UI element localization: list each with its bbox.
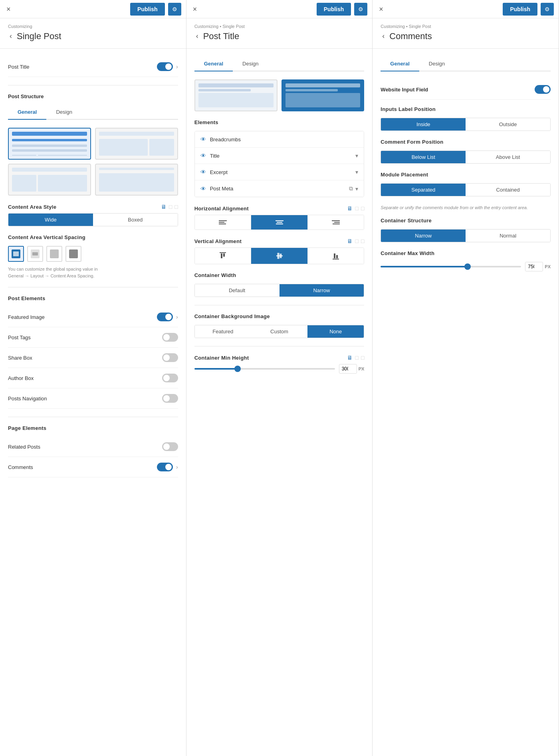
desktop-icon-4[interactable]: 🖥 [347, 354, 353, 361]
tablet-icon-4[interactable]: □ [355, 354, 358, 361]
mobile-icon-4[interactable]: □ [361, 354, 364, 361]
publish-button-3[interactable]: Publish [503, 3, 537, 16]
publish-button-2[interactable]: Publish [317, 3, 351, 16]
comments-chevron[interactable]: › [176, 464, 178, 470]
valign-middle-btn[interactable] [251, 248, 308, 264]
device-icons-3: 🖥 □ □ [347, 238, 364, 244]
layout-thumb-1[interactable] [8, 128, 91, 160]
mobile-icon-1[interactable]: □ [174, 204, 178, 210]
eye-icon-breadcrumbs[interactable]: 👁 [200, 136, 206, 142]
content-area-style-label: Content Area Style [8, 204, 56, 210]
container-structure-section: Container Structure Narrow Normal [381, 218, 551, 242]
spacing-btn-2[interactable] [27, 246, 43, 262]
share-box-toggle[interactable] [162, 353, 178, 362]
layout-thumb-3[interactable] [8, 164, 91, 196]
label-outside-btn[interactable]: Outside [466, 118, 550, 131]
spacing-btn-4[interactable] [65, 246, 81, 262]
post-title-toggle[interactable] [157, 62, 173, 71]
bg-featured-btn[interactable]: Featured [195, 325, 251, 338]
post-tags-toggle[interactable] [162, 333, 178, 342]
svg-rect-11 [223, 253, 225, 257]
desktop-icon-1[interactable]: 🖥 [161, 204, 167, 210]
post-meta-copy-btn[interactable]: ⧉ [349, 185, 353, 192]
tab-general-3[interactable]: General [381, 57, 419, 71]
panel1-header: Customizing ‹ Single Post [0, 18, 186, 49]
h-align-group [194, 215, 365, 230]
gear-button-2[interactable]: ⚙ [354, 3, 367, 16]
back-button-1[interactable]: ‹ [8, 30, 14, 42]
tab-general-2[interactable]: General [194, 57, 233, 71]
container-max-width-slider[interactable] [381, 266, 521, 267]
tab-design-3[interactable]: Design [419, 57, 454, 71]
below-list-btn[interactable]: Below List [381, 151, 466, 163]
panel2-thumb-2[interactable] [281, 79, 365, 111]
above-list-btn[interactable]: Above List [466, 151, 550, 163]
align-right-btn[interactable] [308, 215, 364, 230]
eye-icon-title[interactable]: 👁 [200, 152, 206, 159]
tablet-icon-2[interactable]: □ [355, 205, 358, 212]
align-left-btn[interactable] [195, 215, 252, 230]
bg-custom-btn[interactable]: Custom [251, 325, 307, 338]
panel2-header: Customizing • Single Post ‹ Post Title [186, 18, 373, 49]
tablet-icon-3[interactable]: □ [355, 238, 358, 244]
bg-none-btn[interactable]: None [307, 325, 364, 338]
close-button-2[interactable]: × [191, 4, 199, 14]
mobile-icon-3[interactable]: □ [361, 238, 364, 244]
boxed-button[interactable]: Boxed [93, 214, 178, 226]
spacing-btn-3[interactable] [46, 246, 62, 262]
layout-thumb-2[interactable] [95, 128, 178, 160]
eye-icon-excerpt[interactable]: 👁 [200, 169, 206, 175]
valign-top-btn[interactable] [195, 248, 252, 264]
featured-image-toggle[interactable] [157, 313, 173, 321]
tab-design-2[interactable]: Design [233, 57, 268, 71]
close-button-1[interactable]: × [5, 4, 12, 14]
close-button-3[interactable]: × [377, 4, 385, 14]
tablet-icon-1[interactable]: □ [169, 204, 172, 210]
tab-design-1[interactable]: Design [46, 105, 81, 120]
container-width-default-btn[interactable]: Default [195, 284, 280, 297]
comments-toggle[interactable] [157, 463, 173, 471]
website-input-toggle[interactable] [535, 85, 551, 94]
breadcrumb-3: Customizing • Single Post [381, 24, 551, 29]
back-button-3[interactable]: ‹ [381, 30, 386, 42]
container-structure-group: Narrow Normal [381, 229, 551, 242]
related-posts-toggle[interactable] [162, 442, 178, 451]
gear-button-3[interactable]: ⚙ [541, 3, 554, 16]
wide-button[interactable]: Wide [8, 214, 93, 226]
valign-bottom-btn[interactable] [308, 248, 364, 264]
back-button-2[interactable]: ‹ [194, 30, 200, 42]
author-box-toggle[interactable] [162, 374, 178, 382]
publish-button-1[interactable]: Publish [130, 3, 165, 16]
share-box-label: Share Box [8, 355, 32, 361]
layout-thumb-4[interactable] [95, 164, 178, 196]
gear-button-1[interactable]: ⚙ [168, 3, 181, 16]
title-dropdown-btn[interactable]: ▾ [355, 152, 358, 159]
post-structure-tabs: General Design [8, 105, 178, 120]
label-inside-btn[interactable]: Inside [381, 118, 466, 131]
panel-comments: × Publish ⚙ Customizing • Single Post ‹ … [373, 0, 559, 756]
tab-general-1[interactable]: General [8, 105, 46, 120]
container-min-height-input[interactable] [339, 364, 357, 374]
separated-btn[interactable]: Separated [381, 184, 466, 196]
post-structure-label: Post Structure [8, 93, 178, 99]
excerpt-dropdown-btn[interactable]: ▾ [355, 169, 358, 175]
featured-image-chevron[interactable]: › [176, 314, 178, 320]
panel2-thumb-1[interactable] [194, 79, 278, 111]
container-narrow-btn[interactable]: Narrow [381, 230, 466, 242]
v-align-label-row: Vertical Alignment 🖥 □ □ [194, 238, 365, 244]
mobile-icon-2[interactable]: □ [361, 205, 364, 212]
container-normal-btn[interactable]: Normal [466, 230, 550, 242]
eye-icon-post-meta[interactable]: 👁 [200, 186, 206, 192]
container-max-width-input[interactable] [525, 262, 543, 271]
post-meta-dropdown-btn[interactable]: ▾ [355, 186, 358, 192]
post-title-chevron[interactable]: › [176, 63, 178, 70]
container-min-height-slider[interactable] [194, 368, 335, 370]
container-width-narrow-btn[interactable]: Narrow [280, 284, 364, 297]
svg-rect-13 [278, 253, 279, 259]
align-center-btn[interactable] [251, 215, 308, 230]
desktop-icon-2[interactable]: 🖥 [347, 205, 353, 212]
contained-btn[interactable]: Contained [466, 184, 550, 196]
posts-navigation-toggle[interactable] [162, 394, 178, 403]
desktop-icon-3[interactable]: 🖥 [347, 238, 353, 244]
spacing-btn-1[interactable] [8, 246, 24, 262]
